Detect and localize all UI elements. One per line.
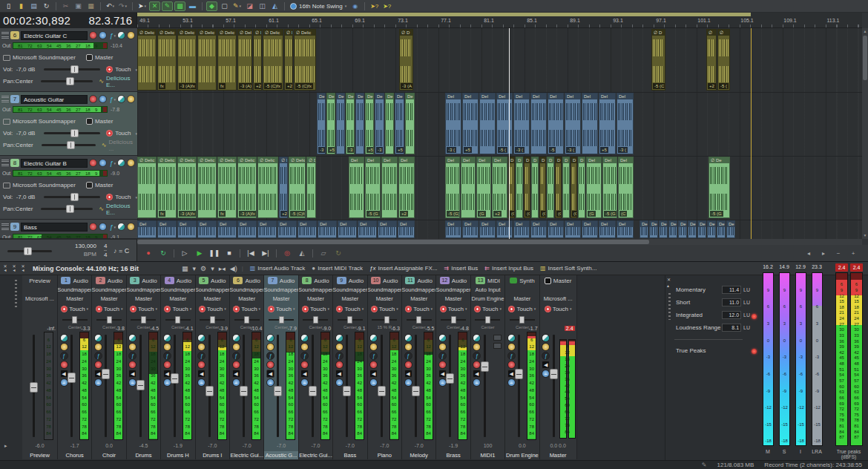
strip-name-label[interactable]: Choir bbox=[92, 451, 125, 459]
phase-button[interactable] bbox=[542, 334, 550, 342]
zoom-in-icon[interactable]: + bbox=[847, 248, 859, 258]
audio-clip[interactable]: Del bbox=[217, 220, 237, 238]
fader-handle[interactable] bbox=[30, 382, 38, 393]
scroll-right-icon[interactable]: ▸ bbox=[818, 248, 829, 258]
gain-button[interactable] bbox=[127, 223, 135, 231]
phase-button[interactable] bbox=[117, 159, 125, 167]
track-drag-handle[interactable] bbox=[1, 223, 9, 230]
slider-handle[interactable] bbox=[70, 65, 79, 73]
insert-midi-track-button[interactable]: ●Insert MIDI Track bbox=[312, 265, 363, 272]
audio-clip[interactable]: ∅ Delic bbox=[257, 157, 278, 218]
audio-clip[interactable]: De-3 bbox=[317, 93, 326, 154]
automation-mode-label[interactable]: Touch bbox=[115, 130, 131, 137]
fx-button[interactable]: ƒ bbox=[369, 352, 378, 360]
strip-name-label[interactable]: MIDI1 bbox=[471, 451, 504, 459]
strip-name-label[interactable]: Electric Gui... bbox=[230, 451, 263, 459]
strip-name-label[interactable]: Master bbox=[540, 451, 576, 459]
pencil-tool-icon[interactable]: ✎▾ bbox=[231, 1, 243, 11]
phase-button[interactable] bbox=[266, 334, 274, 342]
pan-value[interactable]: Center bbox=[15, 78, 39, 85]
pan-handle[interactable] bbox=[279, 316, 284, 324]
output-device-label[interactable]: Microsoft Soundmapper bbox=[13, 118, 76, 125]
strip-automation-row[interactable]: Touch▾ bbox=[127, 304, 160, 313]
audio-clip[interactable]: Del-3 ( bbox=[565, 93, 581, 154]
copy-icon[interactable]: ▣ bbox=[73, 1, 84, 11]
track-height-slider[interactable] bbox=[7, 250, 52, 252]
timeline-vertical-scrollbar[interactable]: ▲ ▼ bbox=[862, 28, 868, 239]
record-arm-button[interactable] bbox=[89, 159, 97, 167]
fader-track[interactable] bbox=[518, 335, 520, 437]
record-arm-button[interactable] bbox=[232, 361, 240, 369]
pan-handle[interactable] bbox=[107, 316, 112, 324]
automation-gear-icon[interactable] bbox=[233, 306, 240, 312]
snap-icon[interactable]: ◫ bbox=[257, 1, 268, 11]
timecode-beats[interactable]: 82.3.716 bbox=[89, 14, 137, 27]
time-signature-bottom[interactable]: 4 bbox=[104, 250, 107, 259]
stop-button[interactable]: ■ bbox=[223, 248, 235, 258]
strip-bus-label[interactable]: Master bbox=[436, 295, 470, 303]
audio-clip[interactable]: Del bbox=[277, 220, 297, 238]
slider-handle[interactable] bbox=[67, 141, 75, 149]
mixer-channel-strip[interactable]: 2AudioSoundmapperMasterTouch▾Centerƒ◀–61… bbox=[92, 275, 126, 459]
solo-button[interactable]: ◀ bbox=[60, 370, 68, 378]
bus-label[interactable]: Master bbox=[95, 182, 113, 188]
paste-icon[interactable]: ▦ bbox=[85, 1, 96, 11]
pan-handle[interactable] bbox=[141, 316, 146, 324]
solo-button[interactable]: ◀ bbox=[404, 370, 412, 378]
gain-button[interactable] bbox=[438, 343, 447, 351]
fx-button[interactable]: ƒ bbox=[404, 352, 412, 360]
dropdown-arrow-icon[interactable]: ▾ bbox=[293, 306, 295, 311]
audio-clip[interactable]: Del+5 bbox=[462, 93, 479, 154]
output-device-label[interactable]: Microsoft Soundmapper bbox=[13, 182, 76, 188]
phase-button[interactable] bbox=[300, 334, 309, 342]
fader-handle[interactable] bbox=[102, 369, 110, 379]
audio-clip[interactable]: Del bbox=[177, 220, 197, 238]
strip-device-label[interactable]: Auto Input bbox=[471, 286, 504, 294]
audio-clip[interactable]: De bbox=[668, 220, 677, 238]
pan-slider[interactable] bbox=[510, 319, 535, 321]
fader-handle[interactable] bbox=[515, 369, 523, 379]
pan-slider[interactable] bbox=[338, 319, 363, 321]
fx-button[interactable]: ƒ bbox=[94, 352, 102, 360]
pan-slider[interactable] bbox=[41, 80, 93, 82]
selection-tool-icon[interactable]: ▢ bbox=[219, 1, 230, 11]
mute-button[interactable]: – bbox=[404, 378, 412, 387]
record-arm-button[interactable] bbox=[163, 361, 171, 369]
track-number-badge[interactable]: 5 bbox=[199, 277, 208, 284]
strip-name-label[interactable]: Melody bbox=[402, 451, 435, 459]
audio-clip[interactable]: Del bbox=[582, 93, 598, 154]
audio-clip[interactable]: Del bbox=[617, 220, 634, 238]
audio-clip[interactable]: Del bbox=[381, 157, 398, 218]
fader-handle[interactable] bbox=[206, 386, 214, 396]
audio-clip[interactable]: ∅ Delic-3 (A)fx bbox=[177, 29, 197, 91]
mute-button[interactable]: – bbox=[94, 378, 102, 387]
strip-device-label[interactable]: Soundmapper bbox=[196, 286, 229, 294]
automation-gear-icon[interactable] bbox=[164, 306, 171, 312]
audio-clip[interactable]: ∅ Delic+2 bbox=[279, 157, 288, 218]
mute-button[interactable]: – bbox=[60, 378, 68, 387]
track-number-badge[interactable]: 10 bbox=[371, 277, 381, 284]
fx-button[interactable]: ƒ bbox=[300, 352, 309, 360]
cut-icon[interactable]: ✂ bbox=[60, 1, 71, 11]
audio-clip[interactable]: De+5 bbox=[365, 93, 374, 154]
go-to-end-button[interactable]: ▶| bbox=[260, 248, 272, 258]
audio-clip[interactable]: Del bbox=[513, 220, 530, 238]
audio-clip[interactable]: ∅ Delic bbox=[197, 29, 217, 91]
audio-clip[interactable]: De bbox=[355, 93, 364, 154]
gain-button[interactable] bbox=[404, 343, 412, 351]
draw-tool-icon[interactable]: ✎ bbox=[162, 1, 173, 11]
fader-handle[interactable] bbox=[378, 386, 386, 396]
scroll-up-icon[interactable]: ▲ bbox=[862, 28, 868, 35]
solo-button[interactable]: ◀ bbox=[163, 370, 171, 378]
strip-device-label[interactable]: Soundmapper bbox=[92, 286, 125, 294]
audio-clip[interactable]: De bbox=[697, 220, 706, 238]
audio-clip[interactable]: D(G bbox=[539, 157, 546, 218]
gain-button[interactable] bbox=[507, 343, 516, 351]
dropdown-arrow-icon[interactable]: ▾ bbox=[327, 306, 329, 311]
pan-value[interactable]: Center bbox=[16, 142, 41, 148]
mixer-channel-strip[interactable]: 8AudioSoundmapperMasterTouch▾Centerƒ◀–61… bbox=[299, 275, 333, 459]
automation-mode-label[interactable]: Touch bbox=[138, 306, 154, 312]
fx-button[interactable]: ƒ bbox=[60, 352, 68, 360]
insert-button-label[interactable]: Insert Soft Synth... bbox=[548, 265, 597, 272]
redo-icon[interactable]: ↷▾ bbox=[117, 1, 128, 11]
